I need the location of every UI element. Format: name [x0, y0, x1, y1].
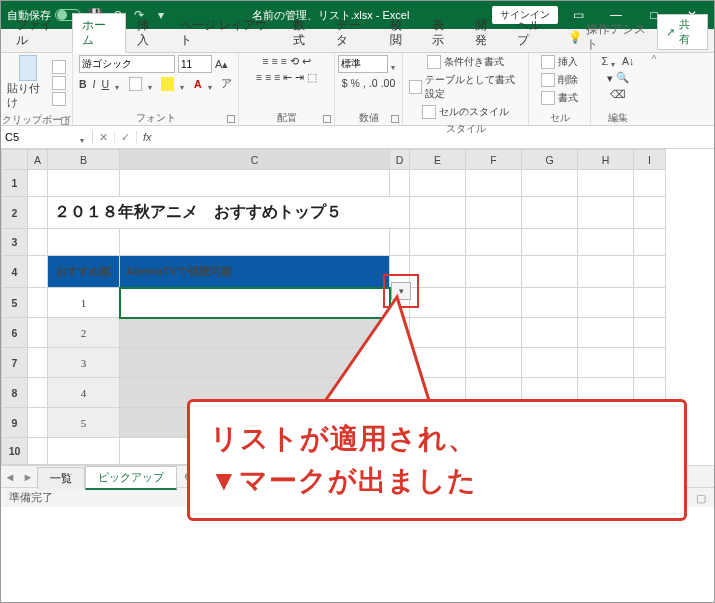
- inc-decimal-icon[interactable]: .0: [369, 77, 378, 89]
- rank-cell[interactable]: 4: [48, 378, 120, 408]
- row-header[interactable]: 8: [2, 378, 28, 408]
- format-as-table-button[interactable]: テーブルとして書式設定: [409, 73, 522, 101]
- italic-button[interactable]: I: [93, 78, 96, 90]
- col-header[interactable]: I: [634, 150, 666, 170]
- sheet-nav-next[interactable]: ►: [19, 471, 37, 483]
- tell-me-label[interactable]: 操作アシスト: [586, 22, 653, 52]
- align-bottom-icon[interactable]: ≡: [281, 55, 287, 67]
- name-box-value: C5: [5, 131, 19, 143]
- row-header[interactable]: 10: [2, 438, 28, 465]
- header-abema: AbemaTVで視聴可能: [120, 256, 390, 288]
- find-select-icon[interactable]: 🔍: [616, 71, 629, 84]
- col-header[interactable]: G: [522, 150, 578, 170]
- number-format-combo[interactable]: [338, 55, 388, 73]
- fx-icon[interactable]: fx: [137, 131, 158, 143]
- tab-view[interactable]: 表示: [423, 14, 464, 52]
- row-header[interactable]: 7: [2, 348, 28, 378]
- row-header[interactable]: 6: [2, 318, 28, 348]
- tab-pagelayout[interactable]: ページ レイアウト: [171, 14, 282, 52]
- rank-cell[interactable]: 5: [48, 408, 120, 438]
- callout-line2: ▼マークが出ました: [210, 460, 664, 502]
- format-cells-button[interactable]: 書式: [541, 91, 578, 105]
- indent-inc-icon[interactable]: ⇥: [295, 71, 304, 83]
- sheet-nav-prev[interactable]: ◄: [1, 471, 19, 483]
- group-editing-label: 編集: [608, 112, 628, 123]
- name-box[interactable]: C5: [1, 131, 93, 143]
- align-center-icon[interactable]: ≡: [265, 71, 271, 83]
- autosum-icon[interactable]: Σ: [602, 55, 609, 67]
- alignment-dialog-launcher[interactable]: [323, 115, 331, 123]
- annotation-callout: リストが適用され、 ▼マークが出ました: [187, 399, 687, 521]
- col-header[interactable]: B: [48, 150, 120, 170]
- row-header[interactable]: 1: [2, 170, 28, 197]
- dec-decimal-icon[interactable]: .00: [381, 77, 396, 89]
- conditional-format-button[interactable]: 条件付き書式: [427, 55, 504, 69]
- insert-cells-button[interactable]: 挿入: [541, 55, 578, 69]
- phonetic-button[interactable]: ア: [221, 77, 232, 91]
- col-header[interactable]: D: [390, 150, 410, 170]
- share-button[interactable]: ↗ 共有: [657, 14, 708, 50]
- clipboard-dialog-launcher[interactable]: [61, 117, 69, 125]
- tab-insert[interactable]: 挿入: [128, 14, 169, 52]
- col-header[interactable]: E: [410, 150, 466, 170]
- collapse-ribbon-button[interactable]: ^: [645, 53, 663, 125]
- rank-cell[interactable]: 2: [48, 318, 120, 348]
- underline-button[interactable]: U: [102, 78, 110, 90]
- col-header[interactable]: A: [28, 150, 48, 170]
- merge-center-icon[interactable]: ⬚: [307, 71, 317, 83]
- align-right-icon[interactable]: ≡: [274, 71, 280, 83]
- tab-developer[interactable]: 開発: [466, 14, 507, 52]
- row-header[interactable]: 2: [2, 197, 28, 229]
- percent-icon[interactable]: %: [351, 77, 360, 89]
- macro-record-icon[interactable]: ▢: [696, 492, 706, 504]
- orientation-icon[interactable]: ⟲: [290, 55, 299, 67]
- tab-home[interactable]: ホーム: [72, 13, 126, 53]
- sheet-tab[interactable]: ピックアップ: [85, 466, 177, 490]
- cut-icon[interactable]: [52, 60, 66, 74]
- cell-styles-button[interactable]: セルのスタイル: [422, 105, 509, 119]
- select-all-corner[interactable]: [2, 150, 28, 170]
- font-dialog-launcher[interactable]: [227, 115, 235, 123]
- indent-dec-icon[interactable]: ⇤: [283, 71, 292, 83]
- delete-cells-button[interactable]: 削除: [541, 73, 578, 87]
- col-header[interactable]: C: [120, 150, 390, 170]
- font-name-combo[interactable]: [79, 55, 175, 73]
- border-button[interactable]: [129, 77, 142, 91]
- align-middle-icon[interactable]: ≡: [271, 55, 277, 67]
- number-dialog-launcher[interactable]: [391, 115, 399, 123]
- rank-cell[interactable]: 3: [48, 348, 120, 378]
- paste-button[interactable]: 貼り付け: [7, 55, 48, 110]
- enter-formula-icon[interactable]: ✓: [115, 131, 137, 144]
- comma-icon[interactable]: ,: [363, 77, 366, 89]
- font-color-button[interactable]: A: [194, 78, 202, 90]
- row-header[interactable]: 3: [2, 229, 28, 256]
- fill-icon[interactable]: ▾: [607, 72, 613, 84]
- clear-icon[interactable]: ⌫: [610, 88, 626, 100]
- rank-cell[interactable]: 1: [48, 288, 120, 318]
- tab-formulas[interactable]: 数式: [284, 14, 325, 52]
- col-header[interactable]: H: [578, 150, 634, 170]
- format-painter-icon[interactable]: [52, 92, 66, 106]
- align-left-icon[interactable]: ≡: [256, 71, 262, 83]
- col-header[interactable]: F: [466, 150, 522, 170]
- sheet-tab[interactable]: 一覧: [37, 467, 85, 489]
- formula-bar-row: C5 ✕ ✓ fx: [1, 126, 714, 149]
- tab-data[interactable]: データ: [327, 14, 379, 52]
- tab-help[interactable]: ヘルプ: [508, 14, 560, 52]
- accounting-icon[interactable]: $: [342, 77, 348, 89]
- align-top-icon[interactable]: ≡: [262, 55, 268, 67]
- copy-icon[interactable]: [52, 76, 66, 90]
- tab-review[interactable]: 校閲: [381, 14, 422, 52]
- row-header[interactable]: 4: [2, 256, 28, 288]
- bold-button[interactable]: B: [79, 78, 87, 90]
- cancel-formula-icon[interactable]: ✕: [93, 131, 115, 144]
- wrap-text-icon[interactable]: ↩: [302, 55, 311, 67]
- row-header[interactable]: 5: [2, 288, 28, 318]
- group-number-label: 数値: [359, 112, 379, 123]
- increase-font-icon[interactable]: A▴: [215, 58, 228, 71]
- font-size-combo[interactable]: [178, 55, 212, 73]
- fill-color-button[interactable]: [161, 77, 174, 91]
- row-header[interactable]: 9: [2, 408, 28, 438]
- sort-filter-icon[interactable]: A↓: [622, 55, 634, 67]
- paste-label: 貼り付け: [7, 82, 48, 110]
